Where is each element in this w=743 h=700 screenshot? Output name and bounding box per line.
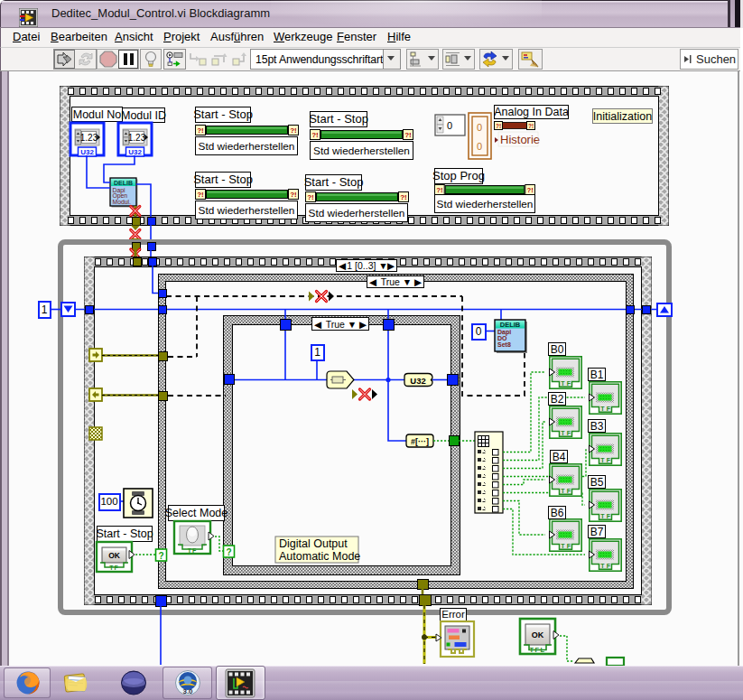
svg-text:TFL: TFL xyxy=(529,646,545,654)
svg-text:U32: U32 xyxy=(80,148,94,156)
svg-text:?: ? xyxy=(226,547,231,557)
svg-text:B7: B7 xyxy=(590,526,604,538)
svg-text:0: 0 xyxy=(477,122,482,133)
svg-text:Select Mode: Select Mode xyxy=(165,507,228,519)
svg-text:Modul No: Modul No xyxy=(73,108,122,121)
svg-text:DELIB: DELIB xyxy=(114,180,133,186)
svg-text:3.0: 3.0 xyxy=(182,687,193,695)
svg-text:Std wiederherstellen: Std wiederherstellen xyxy=(199,204,295,217)
svg-text:Start - Stop: Start - Stop xyxy=(96,527,153,540)
svg-text:Set8: Set8 xyxy=(497,341,511,348)
svg-text:0: 0 xyxy=(447,120,452,131)
svg-text:Automatic Mode: Automatic Mode xyxy=(279,550,360,563)
svg-text:Historie: Historie xyxy=(500,133,540,146)
svg-text:TF: TF xyxy=(188,547,198,554)
svg-text:100: 100 xyxy=(100,496,117,507)
svg-text:◀: ◀ xyxy=(369,276,377,287)
svg-text:Digital Output: Digital Output xyxy=(279,537,348,550)
svg-text:B0: B0 xyxy=(551,343,564,356)
svg-text:1 [0..3] ▼: 1 [0..3] ▼ xyxy=(347,260,387,271)
svg-text:Std wiederherstellen: Std wiederherstellen xyxy=(309,207,405,219)
svg-text:U32: U32 xyxy=(128,148,142,156)
svg-text:Start - Stop: Start - Stop xyxy=(304,175,364,189)
svg-text:Std wiederherstellen: Std wiederherstellen xyxy=(313,145,410,157)
svg-text:1: 1 xyxy=(42,303,48,316)
svg-text:▶: ▶ xyxy=(414,276,423,287)
svg-text:OK: OK xyxy=(108,551,121,560)
svg-text:0: 0 xyxy=(476,325,482,338)
svg-text:0: 0 xyxy=(477,141,482,152)
svg-text:◀: ◀ xyxy=(314,319,322,330)
svg-text:Start - Stop: Start - Stop xyxy=(193,173,253,186)
svg-text:Start - Stop: Start - Stop xyxy=(193,107,253,121)
svg-text:Initialization: Initialization xyxy=(593,110,652,123)
svg-text:#[···]: #[···] xyxy=(411,437,429,446)
svg-text:Std wiederherstellen: Std wiederherstellen xyxy=(199,140,295,153)
svg-text:B4: B4 xyxy=(553,451,566,463)
svg-text:Modul ID: Modul ID xyxy=(121,109,166,122)
svg-text:1.23: 1.23 xyxy=(80,133,98,143)
svg-text:TF: TF xyxy=(109,565,119,571)
svg-text:B2: B2 xyxy=(551,393,564,406)
svg-text:OK: OK xyxy=(532,630,544,639)
svg-text:?: ? xyxy=(158,551,163,561)
svg-text:Modul.: Modul. xyxy=(113,199,132,205)
svg-text:1.23: 1.23 xyxy=(128,133,146,143)
svg-text:?!: ?! xyxy=(528,123,534,129)
svg-text:B3: B3 xyxy=(590,420,604,433)
svg-text:Stop Prog: Stop Prog xyxy=(432,169,485,182)
svg-text:B6: B6 xyxy=(551,507,564,519)
svg-text:▶: ▶ xyxy=(387,260,395,271)
svg-text:B5: B5 xyxy=(590,476,604,489)
svg-text:B1: B1 xyxy=(590,369,604,381)
svg-text:U32: U32 xyxy=(410,376,425,386)
svg-text:Start - Stop: Start - Stop xyxy=(309,112,368,126)
svg-text:1: 1 xyxy=(314,346,320,359)
svg-text:DELIB: DELIB xyxy=(500,321,521,329)
svg-text:True ▼: True ▼ xyxy=(381,276,413,287)
svg-text:▶: ▶ xyxy=(359,319,367,330)
svg-text:DO: DO xyxy=(497,335,507,341)
svg-text:◀: ◀ xyxy=(339,260,347,271)
svg-text:Std wiederherstellen: Std wiederherstellen xyxy=(437,198,534,210)
svg-text:Error: Error xyxy=(441,609,465,620)
svg-text:True ▼: True ▼ xyxy=(326,319,358,330)
svg-text:Analog In Data: Analog In Data xyxy=(494,106,569,118)
svg-text:?!: ?! xyxy=(496,123,501,129)
